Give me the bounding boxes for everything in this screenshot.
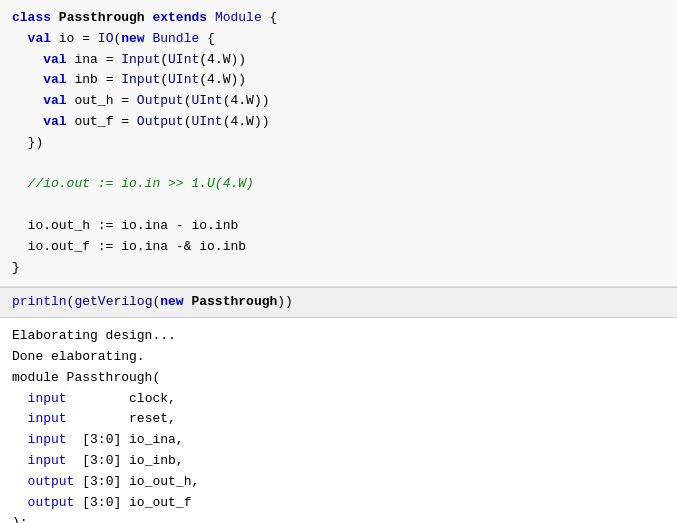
output-line-7: input [3:0] io_inb, <box>12 451 665 472</box>
code-line-4: val inb = Input(UInt(4.W)) <box>12 70 665 91</box>
code-line-13: } <box>12 258 665 279</box>
code-line-7: }) <box>12 133 665 154</box>
code-line-9: //io.out := io.in >> 1.U(4.W) <box>12 174 665 195</box>
code-line-1: class Passthrough extends Module { <box>12 8 665 29</box>
code-line-10 <box>12 195 665 216</box>
code-line-5: val out_h = Output(UInt(4.W)) <box>12 91 665 112</box>
code-line-12: io.out_f := io.ina -& io.inb <box>12 237 665 258</box>
code-line-8 <box>12 154 665 175</box>
println-line: println(getVerilog(new Passthrough)) <box>12 292 665 313</box>
top-section: class Passthrough extends Module { val i… <box>0 0 677 287</box>
output-line-10: ); <box>12 513 665 523</box>
output-line-6: input [3:0] io_ina, <box>12 430 665 451</box>
output-line-2: Done elaborating. <box>12 347 665 368</box>
println-section: println(getVerilog(new Passthrough)) <box>0 288 677 318</box>
output-line-9: output [3:0] io_out_f <box>12 493 665 514</box>
code-line-11: io.out_h := io.ina - io.inb <box>12 216 665 237</box>
code-line-6: val out_f = Output(UInt(4.W)) <box>12 112 665 133</box>
output-line-3: module Passthrough( <box>12 368 665 389</box>
bottom-section: Elaborating design... Done elaborating. … <box>0 318 677 523</box>
code-line-2: val io = IO(new Bundle { <box>12 29 665 50</box>
output-line-4: input clock, <box>12 389 665 410</box>
output-line-8: output [3:0] io_out_h, <box>12 472 665 493</box>
output-line-5: input reset, <box>12 409 665 430</box>
output-line-1: Elaborating design... <box>12 326 665 347</box>
code-line-3: val ina = Input(UInt(4.W)) <box>12 50 665 71</box>
